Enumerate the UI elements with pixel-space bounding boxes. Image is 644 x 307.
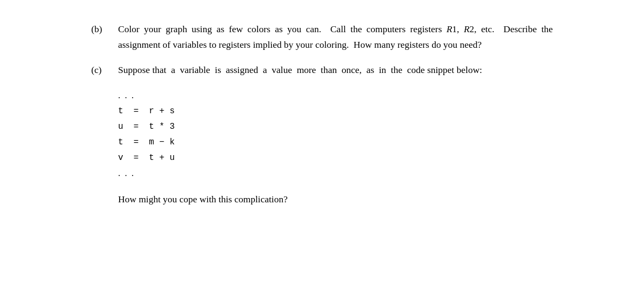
- code-line-2: u = t * 3: [118, 119, 553, 135]
- code-line-3: t = m − k: [118, 135, 553, 150]
- ellipsis-bottom: . . .: [118, 165, 553, 182]
- problem-c-question: How might you cope with this complicatio…: [118, 194, 288, 204]
- code-block: . . . t = r + s u = t * 3 t = m − k v = …: [118, 87, 553, 182]
- code-line-4: v = t + u: [118, 150, 553, 166]
- problem-c-content: Suppose that a variable is assigned a va…: [118, 62, 553, 207]
- problem-b-content: Color your graph using as few colors as …: [118, 21, 553, 53]
- problem-c-label: (c): [91, 62, 118, 207]
- problem-c-intro: Suppose that a variable is assigned a va…: [118, 64, 482, 75]
- page-container: (b) Color your graph using as few colors…: [80, 0, 564, 228]
- problem-b-label: (b): [91, 21, 118, 53]
- problem-b: (b) Color your graph using as few colors…: [91, 21, 553, 53]
- code-line-1: t = r + s: [118, 104, 553, 119]
- ellipsis-top: . . .: [118, 87, 553, 104]
- problem-b-text: Color your graph using as few colors as …: [118, 24, 553, 50]
- problem-c: (c) Suppose that a variable is assigned …: [91, 62, 553, 207]
